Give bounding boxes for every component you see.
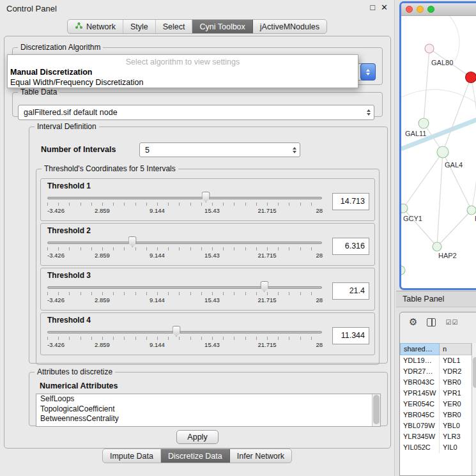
list-scrollbar[interactable]	[372, 394, 380, 426]
tick-label: 2.859	[95, 296, 110, 303]
cell[interactable]: YER0	[440, 399, 472, 410]
cell[interactable]: YPR1	[440, 388, 472, 399]
tick-label: 15.43	[204, 252, 220, 259]
table-row[interactable]: YBR043CYBR0	[400, 377, 472, 388]
table-row[interactable]: YIL052CYIL0	[400, 442, 472, 453]
network-icon	[75, 22, 83, 31]
table-row[interactable]: YPR145WYPR1	[400, 388, 472, 399]
cell[interactable]: YBR0	[440, 377, 472, 388]
cell[interactable]: YBL0	[440, 420, 472, 431]
slider-thumb[interactable]	[260, 281, 268, 292]
cell[interactable]: YIL0	[440, 442, 472, 453]
tab-style[interactable]: Style	[123, 20, 156, 33]
cell[interactable]: YDL1	[440, 355, 472, 366]
cell[interactable]: YPR145W	[400, 388, 440, 399]
node-label: GAL80	[431, 59, 453, 66]
cell[interactable]: YDR27…	[400, 366, 440, 377]
zoom-traffic-light[interactable]	[427, 6, 434, 13]
cell[interactable]: YDR2	[440, 366, 472, 377]
cell[interactable]: YBR043C	[400, 377, 440, 388]
list-item[interactable]: BetweennessCentrality	[36, 414, 380, 424]
table-row[interactable]: YLR345WYLR3	[400, 431, 472, 442]
node-selected[interactable]	[466, 72, 476, 83]
gear-icon[interactable]: ⚙	[409, 316, 417, 328]
threshold-1-slider[interactable]: -3.4262.8599.14415.4321.71528	[47, 190, 322, 219]
tab-select[interactable]: Select	[156, 20, 193, 33]
node[interactable]	[467, 206, 476, 215]
dropdown-option-manual-discretization[interactable]: Manual Discretization	[8, 67, 358, 77]
cell[interactable]: YLR3	[440, 431, 472, 442]
tick-label: 2.859	[95, 341, 110, 348]
apply-button[interactable]: Apply	[176, 430, 219, 444]
dropdown-option-equal-width[interactable]: Equal Width/Frequency Discretization	[8, 77, 358, 88]
list-item[interactable]: SelfLoops	[36, 394, 380, 404]
threshold-4-value-field[interactable]: 11.344	[332, 327, 369, 344]
tick-label: -3.426	[47, 207, 65, 214]
cell[interactable]: YBR0	[440, 410, 472, 420]
cell[interactable]: YDL19…	[400, 355, 440, 366]
table-row[interactable]: YBR045CYBR0	[400, 410, 472, 420]
columns-icon[interactable]	[427, 318, 436, 326]
tick-label: 28	[316, 296, 323, 303]
table-row[interactable]: YER054CYER0	[400, 399, 472, 410]
combobox-arrows-icon[interactable]	[360, 63, 376, 81]
node[interactable]	[437, 146, 449, 158]
threshold-2-value-field[interactable]: 6.316	[332, 238, 369, 255]
thresholds-list: Threshold 1 -3.4262.8599.14415.4321.7152…	[40, 178, 375, 355]
tick-label: 21.715	[257, 341, 276, 348]
select-all-checkboxes-icon[interactable]: ☑☑	[445, 319, 458, 326]
threshold-3-slider[interactable]: -3.4262.8599.14415.4321.71528	[47, 279, 322, 309]
table-data-group: Table Data galFiltered.sif default node	[12, 88, 383, 117]
threshold-3-value-field[interactable]: 21.4	[332, 282, 369, 300]
close-icon[interactable]: ✕	[381, 3, 388, 12]
table-row[interactable]: YDL19…YDL1	[400, 355, 472, 366]
tab-infer-network[interactable]: Infer Network	[230, 449, 291, 463]
close-traffic-light[interactable]	[406, 6, 413, 13]
tab-cyni-toolbox[interactable]: Cyni Toolbox	[192, 20, 252, 33]
algorithm-dropdown-popup: Select algorithm to view settings Manual…	[7, 54, 358, 88]
tab-discretize-data[interactable]: Discretize Data	[161, 449, 230, 463]
tab-network[interactable]: Network	[68, 20, 123, 33]
group-title: Discretization Algorithm	[18, 43, 103, 52]
float-window-icon[interactable]: □	[370, 3, 375, 12]
cell[interactable]: YER054C	[400, 399, 440, 410]
list-item[interactable]: TopologicalCoefficient	[36, 404, 380, 415]
slider-thumb[interactable]	[128, 236, 137, 247]
cell[interactable]: YBL079W	[400, 420, 440, 431]
threshold-4-slider[interactable]: -3.4262.8599.14415.4321.71528	[47, 324, 322, 353]
tab-label: Discretize Data	[168, 452, 222, 461]
slider-track	[47, 286, 322, 289]
table-header-row: shared… n	[400, 343, 472, 355]
scrollbar-thumb[interactable]	[473, 357, 476, 388]
tab-impute-data[interactable]: Impute Data	[103, 449, 161, 463]
cell[interactable]: YIL052C	[400, 442, 440, 453]
node[interactable]	[401, 204, 408, 213]
network-nodes	[401, 44, 476, 275]
node[interactable]	[425, 44, 434, 53]
numerical-attributes-list[interactable]: SelfLoops TopologicalCoefficient Between…	[36, 394, 381, 427]
slider-thumb[interactable]	[202, 192, 210, 203]
network-canvas[interactable]: GAL80 GAL11 GAL4 GCY1 HAP2 H	[401, 16, 476, 288]
table-row[interactable]: YDR27…YDR2	[400, 366, 472, 377]
node[interactable]	[401, 266, 405, 275]
number-of-intervals-combobox[interactable]: 5	[139, 142, 300, 157]
column-header-name[interactable]: n	[440, 343, 472, 355]
column-header-shared-name[interactable]: shared…	[400, 343, 440, 355]
group-title: Threshold's Coordinates for 5 Intervals	[42, 164, 178, 173]
cell[interactable]: YLR345W	[400, 431, 440, 442]
node[interactable]	[418, 118, 429, 128]
threshold-1-value-field[interactable]: 14.713	[332, 193, 369, 210]
threshold-2-slider[interactable]: -3.4262.8599.14415.4321.71528	[47, 234, 322, 264]
cell[interactable]: YBR045C	[400, 410, 440, 420]
node[interactable]	[433, 242, 441, 251]
slider-thumb[interactable]	[173, 326, 181, 337]
table-data-combobox[interactable]: galFiltered.sif default node	[18, 105, 374, 120]
table-row[interactable]: YBL079WYBL0	[400, 420, 472, 431]
tab-jactivemnodules[interactable]: jActiveMNodules	[253, 20, 326, 33]
group-title: Interval Definition	[35, 122, 99, 131]
table-scrollbar[interactable]	[472, 343, 476, 475]
dropdown-placeholder: Select algorithm to view settings	[8, 57, 358, 67]
slider-track	[47, 331, 322, 334]
minimize-traffic-light[interactable]	[417, 6, 424, 13]
scrollbar-thumb[interactable]	[373, 395, 380, 424]
